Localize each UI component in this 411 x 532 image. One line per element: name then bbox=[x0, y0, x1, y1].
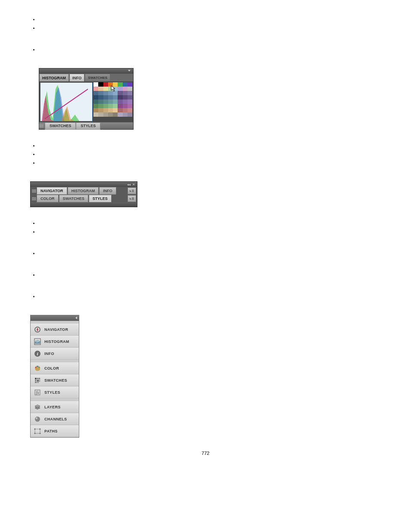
swatch-cell[interactable] bbox=[128, 100, 132, 104]
dock-item-swatches[interactable]: SWATCHES bbox=[31, 374, 79, 386]
panel-titlebar[interactable] bbox=[31, 315, 79, 321]
panel-menu-button[interactable] bbox=[128, 195, 136, 202]
tab-styles-bottom[interactable]: STYLES bbox=[76, 122, 100, 130]
tab-styles[interactable]: STYLES bbox=[89, 195, 112, 202]
swatch-cell[interactable] bbox=[123, 108, 128, 112]
swatch-cell[interactable] bbox=[103, 100, 108, 104]
swatch-cell[interactable] bbox=[93, 108, 98, 112]
swatch-cell[interactable] bbox=[93, 95, 98, 100]
swatch-cell[interactable] bbox=[118, 112, 122, 117]
tab-info[interactable]: INFO bbox=[99, 187, 116, 195]
swatch-cell[interactable] bbox=[113, 87, 118, 91]
close-icon[interactable]: ✕ bbox=[132, 183, 135, 187]
swatch-cell[interactable] bbox=[98, 104, 103, 108]
swatch-cell[interactable] bbox=[108, 95, 113, 100]
swatch-cell[interactable] bbox=[128, 87, 132, 91]
swatch-cell[interactable] bbox=[108, 112, 113, 117]
swatch-cell[interactable] bbox=[118, 100, 122, 104]
swatch-cell[interactable] bbox=[98, 108, 103, 112]
bullet-item bbox=[39, 220, 381, 229]
tab-color[interactable]: COLOR bbox=[37, 195, 59, 202]
swatch-cell[interactable] bbox=[118, 87, 122, 91]
swatch-cell[interactable] bbox=[108, 100, 113, 104]
swatch-cell[interactable] bbox=[98, 91, 103, 95]
swatch-cell[interactable] bbox=[128, 91, 132, 95]
swatch-cell[interactable] bbox=[98, 82, 103, 87]
swatch-cell[interactable] bbox=[123, 82, 128, 87]
swatch-cell[interactable] bbox=[123, 91, 128, 95]
swatch-cell[interactable] bbox=[118, 95, 122, 100]
swatch-cell[interactable] bbox=[113, 91, 118, 95]
swatch-cell[interactable] bbox=[128, 108, 132, 112]
swatch-cell[interactable] bbox=[98, 112, 103, 117]
grip-icon[interactable] bbox=[32, 197, 36, 200]
swatch-cell[interactable] bbox=[113, 112, 118, 117]
grip-icon[interactable] bbox=[32, 189, 36, 193]
swatch-cell[interactable] bbox=[113, 82, 118, 87]
swatch-cell[interactable] bbox=[103, 108, 108, 112]
swatch-cell[interactable] bbox=[113, 95, 118, 100]
swatch-cell[interactable] bbox=[108, 104, 113, 108]
swatch-cell[interactable] bbox=[113, 100, 118, 104]
swatch-cell[interactable] bbox=[108, 82, 113, 87]
swatch-cell[interactable] bbox=[128, 112, 132, 117]
panel-menu-button[interactable] bbox=[128, 187, 136, 194]
swatch-cell[interactable] bbox=[93, 112, 98, 117]
dock-item-histogram[interactable]: HISTOGRAM bbox=[31, 336, 79, 348]
grip-icon[interactable] bbox=[39, 124, 44, 128]
dock-item-paths[interactable]: PATHS bbox=[31, 425, 79, 437]
dock-item-channels[interactable]: CHANNELS bbox=[31, 413, 79, 425]
panel-titlebar[interactable]: ◂◂ ✕ bbox=[31, 182, 137, 187]
swatch-cell[interactable] bbox=[98, 87, 103, 91]
swatch-cell[interactable] bbox=[113, 108, 118, 112]
swatch-cell[interactable] bbox=[118, 82, 122, 87]
swatch-cell[interactable] bbox=[118, 91, 122, 95]
swatch-cell[interactable] bbox=[128, 95, 132, 100]
svg-point-6 bbox=[37, 366, 38, 367]
tab-navigator[interactable]: NAVIGATOR bbox=[37, 187, 67, 195]
bullet-list-3d bbox=[30, 293, 381, 302]
swatch-cell[interactable] bbox=[118, 108, 122, 112]
dock-item-layers[interactable]: LAYERS bbox=[31, 401, 79, 413]
swatch-cell[interactable] bbox=[123, 112, 128, 117]
swatch-cell[interactable] bbox=[103, 82, 108, 87]
dock-item-color[interactable]: COLOR bbox=[31, 362, 79, 374]
dock-item-navigator[interactable]: NAVIGATOR bbox=[31, 324, 79, 336]
swatch-cell[interactable] bbox=[98, 95, 103, 100]
swatch-cell[interactable] bbox=[93, 91, 98, 95]
dock-item-info[interactable]: iINFO bbox=[31, 348, 79, 360]
swatch-cell[interactable] bbox=[103, 87, 108, 91]
swatch-cell[interactable] bbox=[108, 87, 113, 91]
swatch-cell[interactable] bbox=[103, 91, 108, 95]
dock-item-styles[interactable]: fxSTYLES bbox=[31, 386, 79, 398]
swatch-cell[interactable] bbox=[113, 104, 118, 108]
swatch-cell[interactable] bbox=[128, 82, 132, 87]
swatch-cell[interactable] bbox=[93, 82, 98, 87]
swatch-cell[interactable] bbox=[103, 95, 108, 100]
swatch-cell[interactable] bbox=[108, 108, 113, 112]
swatch-cell[interactable] bbox=[103, 104, 108, 108]
swatch-cell[interactable] bbox=[98, 100, 103, 104]
tab-swatches-bottom[interactable]: SWATCHES bbox=[45, 122, 76, 130]
swatch-cell[interactable] bbox=[123, 104, 128, 108]
swatch-grid[interactable] bbox=[93, 82, 132, 121]
swatch-cell[interactable] bbox=[123, 87, 128, 91]
collapse-icon[interactable]: ◂◂ bbox=[127, 183, 131, 187]
swatch-cell[interactable] bbox=[118, 104, 122, 108]
panel-titlebar[interactable] bbox=[39, 68, 133, 74]
swatch-cell[interactable] bbox=[108, 91, 113, 95]
tab-histogram[interactable]: HISTOGRAM bbox=[39, 74, 69, 82]
swatch-cell[interactable] bbox=[123, 95, 128, 100]
tab-histogram[interactable]: HISTOGRAM bbox=[68, 187, 99, 195]
tab-swatches[interactable]: SWATCHES bbox=[85, 74, 110, 82]
tab-info[interactable]: INFO bbox=[69, 74, 85, 82]
swatch-cell[interactable] bbox=[123, 100, 128, 104]
tab-swatches[interactable]: SWATCHES bbox=[59, 195, 88, 202]
bullet-item bbox=[39, 293, 381, 302]
swatch-cell[interactable] bbox=[128, 104, 132, 108]
swatch-cell[interactable] bbox=[93, 87, 98, 91]
bullet-item bbox=[39, 272, 381, 280]
swatch-cell[interactable] bbox=[103, 112, 108, 117]
swatch-cell[interactable] bbox=[93, 104, 98, 108]
swatch-cell[interactable] bbox=[93, 100, 98, 104]
